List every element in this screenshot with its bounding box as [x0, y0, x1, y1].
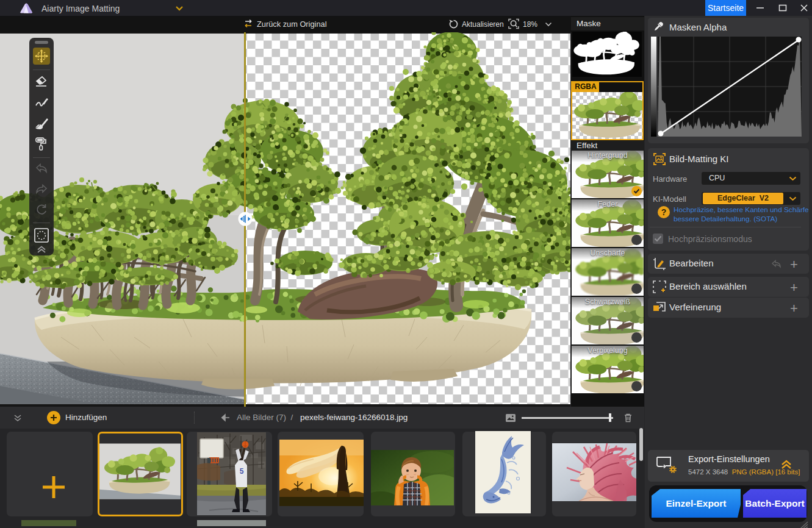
- svg-text:5: 5: [240, 467, 244, 476]
